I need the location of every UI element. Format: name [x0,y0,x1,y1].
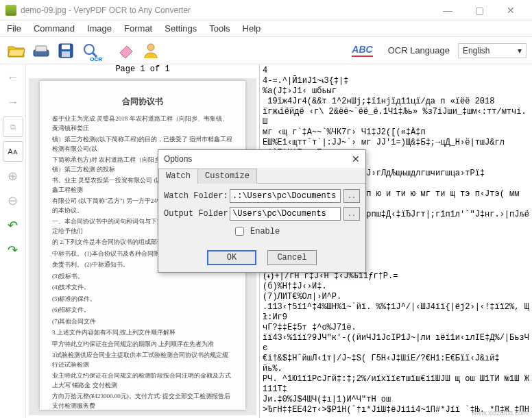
output-folder-browse-button[interactable]: .. [343,207,360,221]
menu-bar: File Command Image Format Settings Tools… [0,21,532,37]
title-bar: demo-09.jpg - VeryPDF OCR to Any Convert… [0,0,532,21]
doc-line: 3.上述文件内容如有不同,按上列文件顺序解释 [52,328,233,338]
svg-point-7 [147,44,154,51]
ocr-button[interactable]: OCR [80,40,101,62]
menu-image[interactable]: Image [87,23,112,34]
eraser-button[interactable] [115,40,137,62]
doc-line: 甲方特此立约保证在合同规定的期限内 上列顺序在先者为准 [52,340,233,349]
close-window-button[interactable]: ✕ [495,0,527,21]
doc-line: 3试验检测供应合同业主提取供本工试验检测合同协议书的规定规行还试验检测 [52,351,233,369]
menu-help[interactable]: Help [243,23,261,34]
toolbar: OCR ABC OCR Language English ▾ [0,37,532,64]
undo-button[interactable]: ↶ [3,215,23,236]
dialog-title: Options [164,154,192,164]
window-title: demo-09.jpg - VeryPDF OCR to Any Convert… [21,5,432,15]
doc-line: (7)其他合同文件 [52,317,233,327]
dropdown-arrow-icon: ▾ [518,46,522,56]
zoom-in-button[interactable]: ⊕ [3,166,23,186]
user-help-icon [142,42,160,60]
menu-file[interactable]: File [7,23,21,34]
doc-line: 业主特此立约保证在合同规文的检测阶段按合同注明的金额及方式 上大写 铺路金 交付… [52,371,233,390]
menu-command[interactable]: Command [34,23,75,34]
open-folder-icon [8,43,25,58]
menu-tools[interactable]: Tools [209,23,230,34]
watermark: www.xiazaiba.com [472,409,528,417]
enable-checkbox[interactable] [235,227,244,236]
open-folder-button[interactable] [5,40,27,62]
tab-customize[interactable]: Customize [197,169,257,184]
watch-folder-input[interactable] [230,189,341,203]
menu-format[interactable]: Format [124,23,152,34]
doc-line: (6)招标文件。 [52,306,233,315]
options-dialog: Options ✕ Watch Customize Watch Folder: … [158,149,366,273]
page-indicator: Page 1 of 1 [26,64,259,77]
cancel-button[interactable]: Cancel [267,250,317,265]
doc-line: (3)投标书。 [52,272,233,282]
abc-check-icon[interactable]: ABC [352,44,372,57]
zoom-region-button[interactable]: ⧉ [3,116,23,137]
save-button[interactable] [55,40,77,62]
watch-folder-browse-button[interactable]: .. [343,189,360,203]
ocr-language-select[interactable]: English ▾ [458,43,527,58]
ocr-language-value: English [463,46,489,56]
side-tools: ← → ⧉ Aᴀ ⊕ ⊖ ↶ ↷ [0,64,26,418]
user-help-button[interactable] [140,40,162,62]
ocr-sub-label: OCR [90,56,102,62]
ok-button[interactable]: OK [207,250,256,265]
svg-rect-1 [36,46,47,51]
output-folder-input[interactable] [230,207,341,221]
save-disk-icon [58,42,74,59]
nav-forward-button[interactable]: → [3,92,23,112]
redo-button[interactable]: ↷ [3,240,23,260]
eraser-icon [117,43,135,58]
zoom-out-button[interactable]: ⊖ [3,190,23,211]
dialog-close-button[interactable]: ✕ [352,153,360,164]
ocr-language-label: OCR Language [388,45,450,56]
svg-point-5 [84,45,94,54]
doc-line: (4)技术文件。 [52,283,233,293]
doc-line: 鉴于业主为完成 灵璧县2018 年农村道路工程（向阳乡、韦集镇、黄湾镇和娄庄 [52,114,233,133]
doc-heading: 合同协议书 [52,96,233,108]
text-size-button[interactable]: Aᴀ [3,141,23,162]
svg-rect-4 [62,51,70,57]
svg-rect-3 [62,45,70,49]
tab-watch[interactable]: Watch [158,169,198,184]
enable-label: Enable [250,227,280,236]
watch-folder-label: Watch Folder: [164,191,227,201]
maximize-button[interactable]: ▢ [463,0,495,21]
scan-button[interactable] [30,40,52,62]
app-icon [5,5,16,16]
output-folder-label: Output Folder: [164,209,227,219]
menu-settings[interactable]: Settings [165,23,197,34]
doc-line: 方向万拾元整(¥423000.00元)。支付方式: 提交全部交工检测报告后支付检… [52,392,233,410]
nav-back-button[interactable]: ← [3,67,23,88]
doc-line: (5)标准的保件。 [52,295,233,304]
dialog-tabs: Watch Customize [158,168,365,184]
scanner-icon [32,43,50,58]
minimize-button[interactable]: — [432,0,463,21]
